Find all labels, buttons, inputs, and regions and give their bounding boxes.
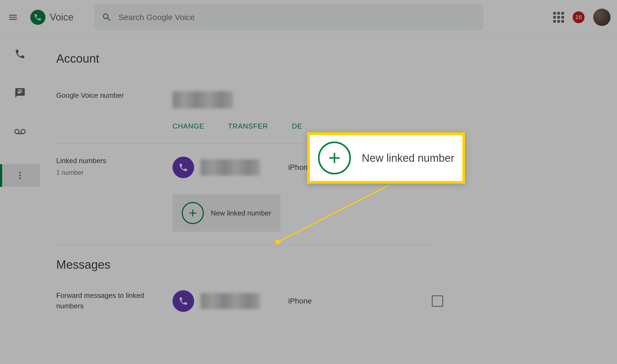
sidebar-more-icon[interactable] xyxy=(14,169,26,182)
search-input[interactable] xyxy=(118,13,476,22)
linked-numbers-label: Linked numbers xyxy=(56,157,173,165)
svg-point-0 xyxy=(19,172,21,174)
body: Account Google Voice number CHANGE TRANS… xyxy=(0,35,617,364)
gv-number-label: Google Voice number xyxy=(56,91,173,100)
search-box[interactable] xyxy=(94,4,483,30)
new-linked-number-button[interactable]: New linked number xyxy=(173,194,280,232)
logo-text: Voice xyxy=(50,12,74,23)
sidebar-voicemail-icon[interactable] xyxy=(14,125,26,138)
divider xyxy=(56,245,435,245)
transfer-button[interactable]: TRANSFER xyxy=(228,122,268,130)
section-title-account: Account xyxy=(56,52,617,65)
svg-point-1 xyxy=(19,175,21,176)
svg-point-2 xyxy=(19,178,21,179)
callout-text: New linked number xyxy=(362,152,454,164)
app-header: Voice 16 xyxy=(0,0,617,35)
phone-icon xyxy=(173,290,194,312)
forward-messages-label: Forward messages to linked numbers xyxy=(56,290,173,311)
avatar[interactable] xyxy=(593,9,611,26)
gv-number-value-blurred xyxy=(173,91,233,109)
sidebar-calls-icon[interactable] xyxy=(14,48,26,60)
apps-grid-icon[interactable] xyxy=(553,12,564,23)
header-right: 16 xyxy=(553,9,611,26)
gv-number-actions: CHANGE TRANSFER DE xyxy=(173,122,617,130)
phone-icon xyxy=(173,157,194,178)
forward-number-blurred xyxy=(201,293,260,309)
notifications-badge[interactable]: 16 xyxy=(573,11,585,23)
change-button[interactable]: CHANGE xyxy=(173,122,204,130)
delete-button[interactable]: DE xyxy=(292,122,302,130)
linked-numbers-count: 1 number xyxy=(56,169,173,176)
search-icon xyxy=(102,12,112,22)
callout-highlight: New linked number xyxy=(307,132,465,184)
forward-messages-row: Forward messages to linked numbers iPhon… xyxy=(56,290,617,312)
new-linked-number-label: New linked number xyxy=(211,209,271,217)
forward-checkbox[interactable] xyxy=(432,295,443,307)
linked-label-col: Linked numbers 1 number xyxy=(56,157,173,176)
sidebar-more-wrap xyxy=(0,164,40,187)
gv-number-row: Google Voice number xyxy=(56,91,617,109)
add-circle-icon xyxy=(318,141,351,174)
linked-number-blurred xyxy=(201,159,260,176)
hamburger-menu-icon[interactable] xyxy=(6,11,19,24)
add-circle-icon xyxy=(182,202,204,224)
device-type: iPhone xyxy=(288,297,312,305)
sidebar xyxy=(0,35,40,364)
sidebar-messages-icon[interactable] xyxy=(14,86,26,99)
voice-logo-icon xyxy=(30,10,45,25)
forward-number-item: iPhone xyxy=(173,290,443,312)
logo-area: Voice xyxy=(30,10,74,25)
section-title-messages: Messages xyxy=(56,258,617,271)
content: Account Google Voice number CHANGE TRANS… xyxy=(40,35,617,364)
